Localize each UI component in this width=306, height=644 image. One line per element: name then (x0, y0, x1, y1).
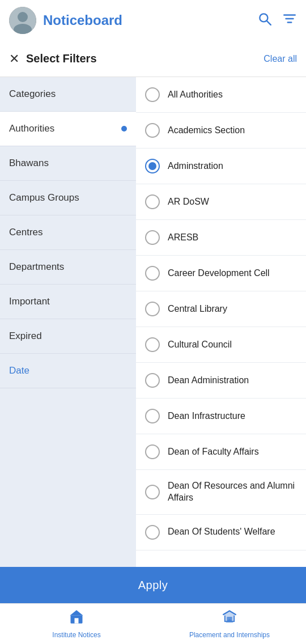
option-item-dean-infrastructure[interactable]: Dean Infrastructure (136, 399, 306, 434)
nav-item-institute-notices[interactable]: Institute Notices (0, 604, 153, 644)
app-header: Noticeboard (0, 0, 306, 41)
option-label: Dean Of Students' Welfare (168, 526, 275, 538)
option-label: Central Library (168, 303, 227, 315)
option-label: Academics Section (168, 125, 245, 137)
option-label: Dean Of Resources and Alumni Affairs (168, 480, 297, 504)
option-label: Dean of Faculty Affairs (168, 446, 259, 458)
apply-label: Apply (138, 579, 168, 592)
filter-title: Select Filters (26, 52, 264, 65)
bottom-nav: Institute Notices Placement and Internsh… (0, 603, 306, 644)
radio-button (145, 87, 160, 102)
option-item-administration[interactable]: Adminstration (136, 149, 306, 184)
radio-button (145, 525, 160, 540)
option-item-career-development-cell[interactable]: Career Development Cell (136, 256, 306, 291)
option-label: Dean Administration (168, 375, 249, 387)
option-item-aresb[interactable]: ARESB (136, 220, 306, 256)
sidebar-item-categories[interactable]: Categories (0, 77, 136, 112)
option-item-dean-faculty-affairs[interactable]: Dean of Faculty Affairs (136, 434, 306, 470)
radio-button (145, 159, 160, 173)
sidebar-label: Bhawans (9, 158, 127, 169)
radio-button (145, 444, 160, 459)
svg-rect-10 (75, 618, 79, 623)
avatar (9, 7, 36, 34)
filter-bar: ✕ Select Filters Clear all (0, 41, 306, 77)
sidebar-item-authorities[interactable]: Authorities (0, 112, 136, 146)
nav-label-institute-notices: Institute Notices (52, 631, 100, 639)
radio-button (145, 409, 160, 423)
header-actions (257, 11, 297, 29)
option-label: All Authorities (168, 89, 223, 101)
app-title: Noticeboard (43, 12, 257, 28)
sidebar-label: Centres (9, 227, 127, 238)
option-item-cultural-council[interactable]: Cultural Council (136, 327, 306, 363)
sidebar-item-bhawans[interactable]: Bhawans (0, 146, 136, 181)
sidebar-item-centres[interactable]: Centres (0, 215, 136, 250)
option-label: Career Development Cell (168, 268, 270, 279)
sidebar-item-expired[interactable]: Expired (0, 319, 136, 354)
option-item-dean-administration[interactable]: Dean Administration (136, 363, 306, 399)
svg-point-1 (18, 12, 28, 22)
radio-button (145, 123, 160, 138)
option-item-academics-section[interactable]: Academics Section (136, 113, 306, 149)
nav-label-placement-internships: Placement and Internships (189, 631, 270, 639)
radio-button (145, 302, 160, 316)
radio-inner (148, 162, 156, 170)
nav-item-placement-internships[interactable]: Placement and Internships (153, 604, 306, 644)
option-item-all-authorities[interactable]: All Authorities (136, 77, 306, 113)
search-icon[interactable] (257, 11, 272, 29)
option-label: Dean Infrastructure (168, 410, 245, 422)
option-label: ARESB (168, 232, 198, 244)
sidebar-label: Departments (9, 261, 127, 273)
sidebar: CategoriesAuthoritiesBhawansCampus Group… (0, 77, 136, 567)
placement-internships-icon (222, 609, 237, 629)
clear-all-button[interactable]: Clear all (264, 54, 297, 64)
active-dot (121, 126, 127, 132)
sidebar-item-important[interactable]: Important (0, 285, 136, 319)
sidebar-label: Campus Groups (9, 192, 127, 204)
option-label: AR DoSW (168, 196, 209, 208)
sidebar-item-date[interactable]: Date (0, 354, 136, 388)
radio-button (145, 194, 160, 209)
option-label: Cultural Council (168, 339, 232, 351)
option-item-central-library[interactable]: Central Library (136, 291, 306, 327)
institute-notices-icon (69, 609, 84, 629)
radio-button (145, 373, 160, 388)
filter-icon[interactable] (282, 11, 297, 29)
radio-button (145, 337, 160, 352)
options-list: All AuthoritiesAcademics SectionAdminstr… (136, 77, 306, 567)
radio-button (145, 266, 160, 281)
radio-button (145, 230, 160, 245)
sidebar-label: Authorities (9, 123, 117, 134)
radio-button (145, 485, 160, 499)
apply-button[interactable]: Apply (0, 567, 306, 603)
close-icon[interactable]: ✕ (9, 52, 19, 66)
sidebar-label: Categories (9, 88, 127, 100)
svg-line-4 (267, 21, 271, 25)
sidebar-label: Important (9, 296, 127, 307)
option-item-dean-resources-alumni[interactable]: Dean Of Resources and Alumni Affairs (136, 470, 306, 515)
option-label: Adminstration (168, 160, 223, 172)
sidebar-label: Date (9, 365, 127, 376)
option-item-ar-dosw[interactable]: AR DoSW (136, 184, 306, 220)
svg-marker-9 (70, 610, 83, 615)
option-item-dean-students-welfare[interactable]: Dean Of Students' Welfare (136, 515, 306, 550)
sidebar-item-campus-groups[interactable]: Campus Groups (0, 181, 136, 215)
sidebar-item-departments[interactable]: Departments (0, 250, 136, 285)
main-content: CategoriesAuthoritiesBhawansCampus Group… (0, 77, 306, 567)
sidebar-label: Expired (9, 331, 127, 342)
avatar-image (9, 7, 36, 34)
